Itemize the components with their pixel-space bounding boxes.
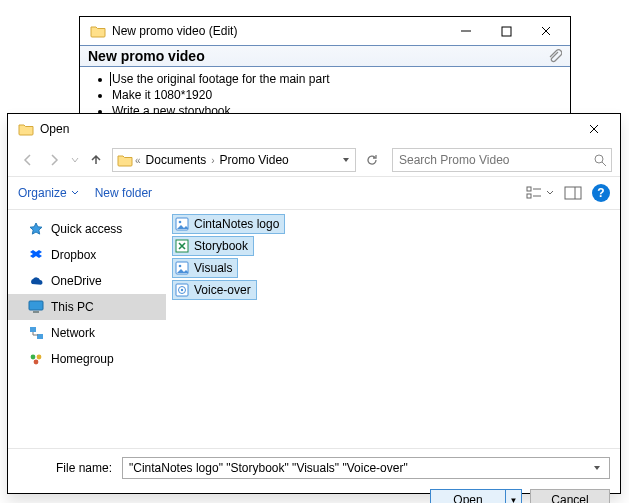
- breadcrumb-bar[interactable]: « Documents › Promo Video: [112, 148, 356, 172]
- breadcrumb-segment[interactable]: Promo Video: [216, 149, 293, 171]
- file-name-input[interactable]: [127, 460, 589, 476]
- note-window-title: New promo video (Edit): [112, 24, 237, 38]
- dialog-titlebar: Open: [8, 114, 620, 144]
- audio-file-icon: [174, 282, 190, 298]
- address-dropdown[interactable]: [337, 155, 355, 165]
- svg-rect-12: [565, 187, 581, 199]
- svg-point-28: [181, 289, 183, 291]
- file-name-dropdown[interactable]: [589, 463, 605, 473]
- note-heading-bar: New promo video: [80, 45, 570, 67]
- note-heading: New promo video: [88, 48, 205, 64]
- chevron-down-icon: [546, 189, 554, 197]
- search-box[interactable]: [392, 148, 612, 172]
- sidebar-item-homegroup[interactable]: Homegroup: [8, 346, 166, 372]
- file-list[interactable]: CintaNotes logo Storybook Visuals Voice-…: [166, 210, 620, 448]
- crumb-sep-icon: «: [134, 155, 142, 166]
- spreadsheet-file-icon: [174, 238, 190, 254]
- dropbox-icon: [28, 247, 44, 263]
- maximize-button[interactable]: [486, 17, 526, 45]
- note-editor-window: New promo video (Edit) New promo video U…: [79, 16, 571, 116]
- recent-locations-button[interactable]: [68, 148, 82, 172]
- file-item[interactable]: CintaNotes logo: [172, 214, 285, 234]
- sidebar-item-quickaccess[interactable]: Quick access: [8, 216, 166, 242]
- dialog-footer: File name: Open ▼ Cancel: [8, 448, 620, 503]
- svg-point-18: [30, 355, 35, 360]
- note-bullet: Make it 1080*1920: [112, 87, 562, 103]
- dialog-title: Open: [40, 122, 69, 136]
- note-titlebar: New promo video (Edit): [80, 17, 570, 45]
- svg-line-7: [602, 162, 606, 166]
- close-button[interactable]: [526, 17, 566, 45]
- view-options-button[interactable]: [526, 186, 554, 200]
- file-name-label: File name:: [56, 461, 112, 475]
- note-icon: [90, 24, 106, 38]
- minimize-button[interactable]: [446, 17, 486, 45]
- svg-rect-9: [527, 194, 531, 198]
- star-icon: [28, 221, 44, 237]
- file-item[interactable]: Voice-over: [172, 280, 257, 300]
- note-body[interactable]: Use the original footage for the main pa…: [80, 67, 570, 119]
- nav-row: « Documents › Promo Video: [8, 144, 620, 176]
- onedrive-icon: [28, 273, 44, 289]
- svg-point-20: [33, 360, 38, 365]
- forward-button[interactable]: [42, 148, 66, 172]
- svg-point-25: [179, 265, 182, 268]
- file-item[interactable]: Storybook: [172, 236, 254, 256]
- svg-rect-1: [502, 27, 511, 36]
- breadcrumb-segment[interactable]: Documents: [142, 149, 211, 171]
- search-icon: [593, 153, 607, 167]
- dialog-close-button[interactable]: [574, 115, 614, 143]
- file-name-field[interactable]: [122, 457, 610, 479]
- attachment-icon[interactable]: [546, 48, 562, 64]
- open-button-dropdown[interactable]: ▼: [505, 490, 521, 503]
- computer-icon: [28, 299, 44, 315]
- cancel-button[interactable]: Cancel: [530, 489, 610, 503]
- nav-sidebar: Quick access Dropbox OneDrive This PC Ne…: [8, 210, 166, 448]
- svg-rect-8: [527, 187, 531, 191]
- file-item[interactable]: Visuals: [172, 258, 238, 278]
- up-button[interactable]: [84, 148, 108, 172]
- help-button[interactable]: ?: [592, 184, 610, 202]
- network-icon: [28, 325, 44, 341]
- dialog-title-icon: [18, 122, 34, 136]
- sidebar-item-dropbox[interactable]: Dropbox: [8, 242, 166, 268]
- sidebar-item-network[interactable]: Network: [8, 320, 166, 346]
- note-bullet: Use the original footage for the main pa…: [112, 71, 562, 87]
- back-button[interactable]: [16, 148, 40, 172]
- open-button[interactable]: Open ▼: [430, 489, 522, 503]
- folder-icon: [117, 153, 133, 167]
- homegroup-icon: [28, 351, 44, 367]
- open-dialog: Open « Documents › Promo Video: [7, 113, 621, 494]
- toolbar: Organize New folder ?: [8, 176, 620, 210]
- image-file-icon: [174, 216, 190, 232]
- new-folder-button[interactable]: New folder: [95, 186, 152, 200]
- sidebar-item-thispc[interactable]: This PC: [8, 294, 166, 320]
- image-file-icon: [174, 260, 190, 276]
- svg-point-19: [36, 355, 41, 360]
- chevron-down-icon: [71, 189, 79, 197]
- svg-rect-15: [33, 311, 39, 313]
- svg-point-22: [179, 221, 182, 224]
- sidebar-item-onedrive[interactable]: OneDrive: [8, 268, 166, 294]
- svg-rect-16: [30, 327, 36, 332]
- search-input[interactable]: [397, 152, 593, 168]
- svg-point-6: [595, 155, 603, 163]
- refresh-button[interactable]: [360, 148, 384, 172]
- organize-menu[interactable]: Organize: [18, 186, 79, 200]
- svg-rect-14: [29, 301, 43, 310]
- preview-pane-button[interactable]: [564, 186, 582, 200]
